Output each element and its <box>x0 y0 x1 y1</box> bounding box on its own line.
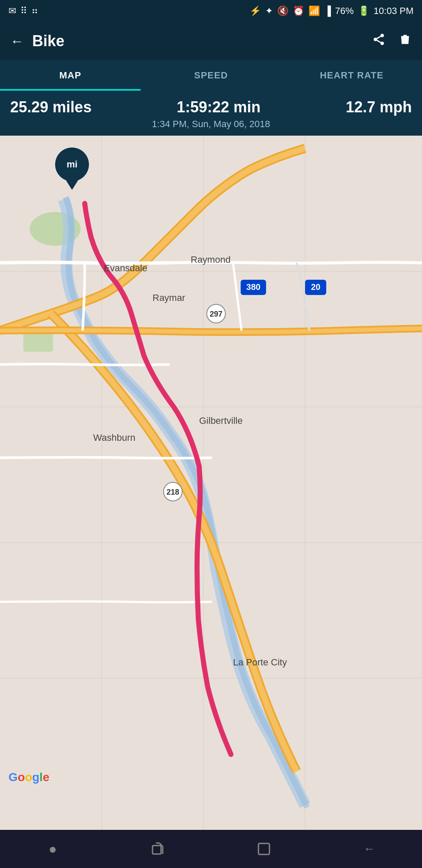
svg-point-1 <box>374 38 377 41</box>
back-button[interactable]: ← <box>10 33 24 49</box>
stat-distance: 25.29 miles <box>10 98 92 116</box>
status-bar: ✉ ⠿ ⠶ ⚡ ✦ 🔇 ⏰ 📶 ▐ 76% 🔋 10:03 PM <box>0 0 422 22</box>
bottom-nav: ● ← <box>0 830 422 868</box>
wifi-icon: 📶 <box>308 6 320 17</box>
nav-square-button[interactable] <box>251 836 277 862</box>
nav-recent-button[interactable] <box>146 836 171 862</box>
bluetooth-icon: ✦ <box>265 6 273 17</box>
svg-rect-33 <box>258 843 269 854</box>
header-left: ← Bike <box>10 32 64 50</box>
tab-speed[interactable]: SPEED <box>141 60 281 91</box>
page-title: Bike <box>32 32 64 50</box>
time-display: 10:03 PM <box>374 6 414 17</box>
svg-point-0 <box>380 34 384 37</box>
svg-text:Evansdale: Evansdale <box>104 263 147 273</box>
stat-speed: 12.7 mph <box>346 98 412 116</box>
svg-line-4 <box>377 36 380 39</box>
mail-icon: ✉ <box>8 6 16 17</box>
tab-map[interactable]: MAP <box>0 60 141 91</box>
svg-text:297: 297 <box>210 310 222 318</box>
nav-home-button[interactable]: ● <box>40 836 66 862</box>
grid-icon: ⠿ <box>20 6 27 17</box>
battery-icon: 🔋 <box>358 6 369 17</box>
header-actions <box>372 33 412 50</box>
nav-back-button[interactable]: ← <box>357 836 382 862</box>
svg-text:Raymond: Raymond <box>191 254 230 265</box>
pin-label: mi <box>55 147 89 181</box>
battery-percent: 76% <box>335 6 354 17</box>
signal-icon: ▐ <box>324 6 331 17</box>
tabs-bar: MAP SPEED HEART RATE <box>0 60 422 91</box>
google-logo: Google <box>8 771 49 784</box>
stat-duration: 1:59:22 min <box>177 98 261 116</box>
svg-line-3 <box>377 40 380 42</box>
mute-icon: 🔇 <box>277 6 289 17</box>
svg-text:Gilbertville: Gilbertville <box>199 415 243 426</box>
alarm-icon: ⏰ <box>293 6 304 17</box>
status-left-icons: ✉ ⠿ ⠶ <box>8 6 38 17</box>
share-button[interactable] <box>372 33 386 50</box>
tab-heart-rate[interactable]: HEART RATE <box>281 60 422 91</box>
svg-text:Washburn: Washburn <box>93 432 135 443</box>
map-area[interactable]: 380 20 297 218 Evansdale Raymond Raymar … <box>0 136 422 831</box>
svg-text:218: 218 <box>167 488 179 496</box>
svg-point-2 <box>380 42 384 45</box>
dots-icon: ⠶ <box>31 6 38 17</box>
svg-text:La Porte City: La Porte City <box>233 657 287 668</box>
map-pin: mi <box>55 147 89 190</box>
stats-bar: 25.29 miles 1:59:22 min 12.7 mph 1:34 PM… <box>0 91 422 136</box>
status-right-icons: ⚡ ✦ 🔇 ⏰ 📶 ▐ 76% 🔋 10:03 PM <box>250 6 414 17</box>
pin-pointer <box>66 181 78 190</box>
delete-button[interactable] <box>398 33 412 50</box>
header: ← Bike <box>0 22 422 60</box>
svg-text:380: 380 <box>246 282 260 292</box>
stats-row: 25.29 miles 1:59:22 min 12.7 mph <box>10 98 412 116</box>
svg-text:Raymar: Raymar <box>153 292 185 303</box>
svg-text:20: 20 <box>311 282 320 292</box>
stats-datetime: 1:34 PM, Sun, May 06, 2018 <box>10 119 412 130</box>
battery-alt-icon: ⚡ <box>250 6 261 17</box>
svg-rect-29 <box>153 846 161 854</box>
